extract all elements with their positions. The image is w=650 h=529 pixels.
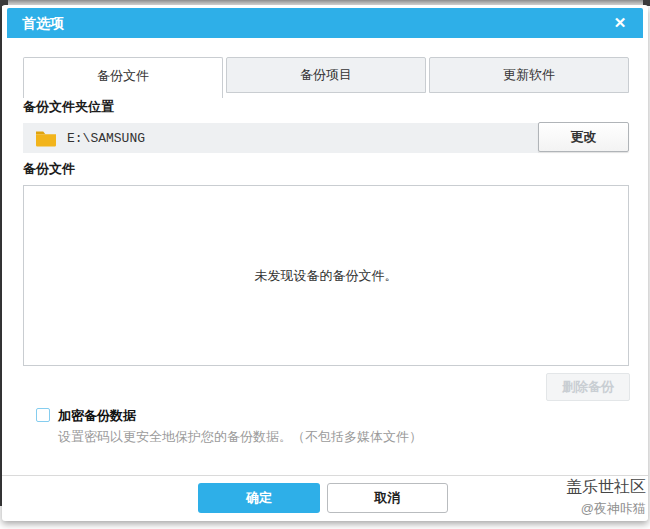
encrypt-backup-label[interactable]: 加密备份数据: [58, 407, 136, 425]
folder-icon: [35, 129, 57, 147]
encrypt-backup-checkbox[interactable]: [36, 408, 50, 422]
change-folder-button[interactable]: 更改: [538, 122, 629, 152]
watermark-community: 盖乐世社区: [566, 476, 646, 498]
preferences-dialog: 首选项 ✕ 备份文件 备份项目 更新软件 备份文件夹位置 E:\SAMSUNG …: [2, 5, 648, 521]
encrypt-backup-description: 设置密码以更安全地保护您的备份数据。（不包括多媒体文件）: [58, 428, 422, 446]
backup-folder-path-field: E:\SAMSUNG: [23, 123, 539, 153]
tab-backup-items[interactable]: 备份项目: [226, 57, 426, 93]
delete-backup-button-disabled: 删除备份: [546, 373, 630, 401]
backup-folder-location-label: 备份文件夹位置: [23, 98, 114, 116]
watermark-author: @夜神咔猫: [566, 498, 646, 520]
tab-bar: 备份文件 备份项目 更新软件: [23, 57, 629, 98]
tab-update-software[interactable]: 更新软件: [429, 57, 629, 93]
dialog-title: 首选项: [22, 15, 64, 31]
watermark: 盖乐世社区 @夜神咔猫: [566, 476, 646, 520]
footer-divider: [2, 475, 648, 476]
tab-backup-files[interactable]: 备份文件: [23, 57, 223, 98]
backup-folder-path: E:\SAMSUNG: [67, 131, 145, 146]
screen: 首选项 ✕ 备份文件 备份项目 更新软件 备份文件夹位置 E:\SAMSUNG …: [0, 0, 650, 529]
ok-button[interactable]: 确定: [198, 483, 320, 513]
backup-files-list[interactable]: 未发现设备的备份文件。: [23, 185, 629, 366]
backup-files-label: 备份文件: [23, 160, 75, 178]
empty-list-message: 未发现设备的备份文件。: [255, 267, 398, 285]
cancel-button[interactable]: 取消: [327, 483, 448, 513]
dialog-titlebar: 首选项 ✕: [7, 8, 643, 38]
close-icon[interactable]: ✕: [605, 8, 635, 38]
